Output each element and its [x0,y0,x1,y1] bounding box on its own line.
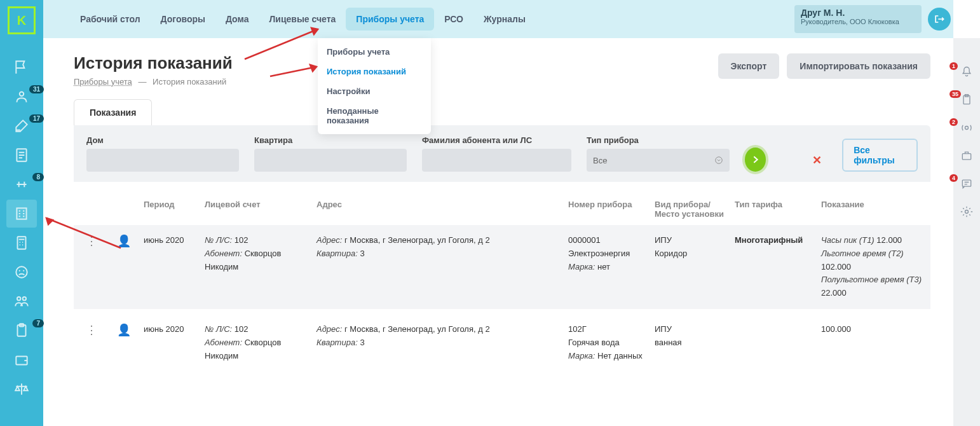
readings-table: Период Лицевой счет Адрес Номер прибора … [74,193,930,371]
nav-houses[interactable]: Дома [215,8,259,31]
nav-building-icon[interactable] [6,200,37,228]
svg-point-6 [23,270,24,271]
nav-wallet-icon[interactable] [6,346,37,374]
nav-device-icon[interactable]: 8 [6,170,37,198]
svg-rect-16 [962,154,970,160]
svg-point-5 [19,270,20,271]
svg-rect-3 [18,237,26,249]
table-header: Период Лицевой счет Адрес Номер прибора … [74,193,930,225]
cell-account: № Л/С: 102 Абонент: Скворцов Никодим [205,323,313,362]
dropdown-unsubmitted[interactable]: Неподанные показания [318,101,431,130]
svg-point-8 [23,297,26,300]
cell-period: июнь 2020 [144,234,201,247]
broadcast-icon[interactable]: 2 [958,120,975,136]
nav-desktop[interactable]: Рабочий стол [70,8,151,31]
tab-readings[interactable]: Показания [74,99,152,125]
filter-device-type-select[interactable]: Все [587,149,730,172]
top-bar: Рабочий стол Договоры Дома Лицевые счета… [43,0,953,38]
col-reading: Показание [821,200,929,219]
nav-users-icon[interactable]: 31 [6,83,37,111]
filter-subscriber-input[interactable] [422,149,571,172]
nav-contracts[interactable]: Договоры [151,8,215,31]
badge: 8 [32,173,44,181]
badge: 7 [32,319,44,327]
user-box[interactable]: Друг М. Н. Руководитель, ООО Клюковка [794,5,922,33]
svg-rect-2 [17,208,26,219]
nav-document-icon[interactable] [6,141,37,169]
cell-period: июнь 2020 [144,323,201,336]
dropdown-history[interactable]: История показаний [318,62,431,81]
table-row: ⋮ 👤 июнь 2020 № Л/С: 102 Абонент: Скворц… [74,314,930,371]
suitcase-icon[interactable] [958,148,975,164]
user-role: Руководитель, ООО Клюковка [801,18,915,25]
user-name: Друг М. Н. [801,8,915,18]
nav-edit-icon[interactable]: 17 [6,112,37,140]
nav-face-icon[interactable] [6,258,37,286]
svg-point-0 [20,92,24,96]
all-filters-button[interactable]: Все фильтры [842,139,918,172]
page-actions: Экспорт Импортировать показания [718,53,931,79]
cell-device-kind: ИПУ ванная [655,323,731,350]
export-button[interactable]: Экспорт [718,53,780,79]
filter-subscriber-label: Фамилия абонента или ЛС [422,135,571,145]
bell-icon[interactable]: 1 [958,64,975,80]
cell-reading: 100.000 [821,323,929,336]
apply-filters-button[interactable] [745,148,766,172]
cell-address: Адрес: г Москва, г Зеленоград, ул Гоголя… [316,323,564,350]
row-menu-icon[interactable]: ⋮ [79,234,104,248]
nav-journals[interactable]: Журналы [473,8,536,31]
nav-calculator-icon[interactable] [6,229,37,257]
nav-team-icon[interactable] [6,287,37,315]
left-sidebar: K 31 17 8 7 [0,0,43,426]
dropdown-meters[interactable]: Приборы учета [318,42,431,62]
import-button[interactable]: Импортировать показания [787,53,930,79]
right-sidebar: 1 35 2 4 [953,38,980,426]
clipboard-icon[interactable]: 35 [958,92,975,108]
col-device-type: Вид прибора/ Место установки [655,200,731,219]
col-device-number: Номер прибора [568,200,651,219]
svg-point-4 [16,266,27,277]
filter-panel: Дом Квартира Фамилия абонента или ЛС Тип… [74,125,930,182]
svg-point-18 [965,210,969,214]
cell-device-kind: ИПУ Коридор [655,234,731,261]
cell-tariff: Многотарифный [735,234,817,247]
clear-filters-button[interactable]: ✕ [806,149,827,172]
filter-house-input[interactable] [86,149,239,172]
filter-device-type-label: Тип прибора [587,135,730,145]
chat-icon[interactable]: 4 [958,175,975,192]
col-address: Адрес [316,200,564,219]
breadcrumb-sep: — [138,77,146,86]
cell-account: № Л/С: 102 Абонент: Скворцов Никодим [205,234,313,273]
badge: 31 [29,85,44,93]
cell-address: Адрес: г Москва, г Зеленоград, ул Гоголя… [316,234,564,261]
svg-point-15 [965,127,969,130]
svg-point-12 [716,157,723,164]
dropdown-settings[interactable]: Настройки [318,81,431,101]
col-period: Период [144,200,201,219]
gear-icon[interactable] [958,203,975,220]
nav-rso[interactable]: РСО [434,8,473,31]
filter-apartment-input[interactable] [254,149,407,172]
nav-flag-icon[interactable] [6,53,37,81]
filter-house-label: Дом [86,135,239,145]
cell-device-number: 0000001 Электроэнергия Марка: нет [568,234,651,273]
nav-scales-icon[interactable] [6,375,37,403]
nav-meters[interactable]: Приборы учета [346,8,434,31]
cell-reading: Часы пик (Т1) 12.000 Льготное время (Т2)… [821,234,929,300]
col-account: Лицевой счет [205,200,313,219]
main-content: История показаний Приборы учета — Истори… [43,38,953,426]
person-icon: 👤 [108,234,140,248]
tabs: Показания [74,99,930,125]
table-row: ⋮ 👤 июнь 2020 № Л/С: 102 Абонент: Скворц… [74,225,930,309]
meters-dropdown: Приборы учета История показаний Настройк… [318,38,431,134]
nav-clipboard-icon[interactable]: 7 [6,317,37,345]
breadcrumb-current: История показаний [153,77,226,86]
logout-button[interactable] [928,8,951,31]
row-menu-icon[interactable]: ⋮ [79,323,104,337]
badge: 17 [29,114,44,123]
breadcrumb-link[interactable]: Приборы учета [74,77,132,86]
app-logo[interactable]: K [8,6,36,34]
svg-rect-17 [962,180,970,186]
nav-accounts[interactable]: Лицевые счета [259,8,346,31]
person-icon: 👤 [108,323,140,337]
